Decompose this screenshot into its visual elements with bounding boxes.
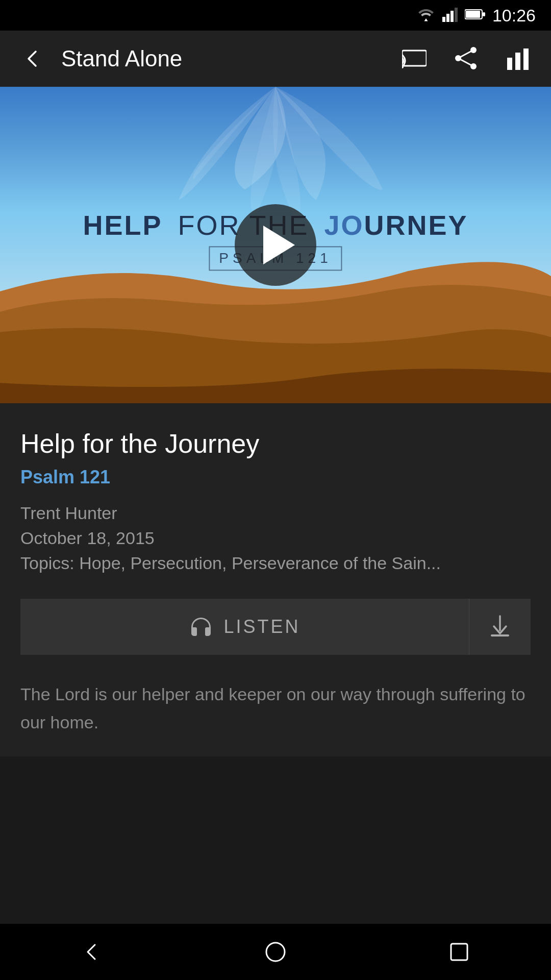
- svg-rect-1: [446, 14, 449, 22]
- svg-rect-15: [515, 53, 520, 70]
- svg-rect-2: [450, 11, 454, 22]
- home-nav-button[interactable]: [245, 932, 306, 972]
- video-thumbnail: HELP FOR THE JOURNEY PSALM 121: [0, 87, 551, 403]
- sermon-topics: Topics: Hope, Persecution, Perseverance …: [20, 553, 531, 573]
- stats-button[interactable]: [500, 40, 537, 77]
- svg-rect-16: [523, 48, 529, 70]
- play-triangle-icon: [263, 226, 295, 264]
- sermon-scripture: Psalm 121: [20, 467, 531, 488]
- listen-button[interactable]: LISTEN: [20, 599, 469, 655]
- video-title-word: JO: [324, 209, 364, 241]
- home-nav-icon: [264, 941, 287, 963]
- headphone-icon: [189, 616, 213, 638]
- sermon-title: Help for the Journey: [20, 428, 531, 459]
- back-nav-button[interactable]: [61, 932, 122, 972]
- wifi-icon: [417, 7, 435, 23]
- status-bar: 10:26: [0, 0, 551, 31]
- recent-nav-button[interactable]: [429, 932, 490, 972]
- svg-rect-3: [455, 8, 458, 22]
- sermon-author: Trent Hunter: [20, 503, 531, 523]
- sermon-date: October 18, 2015: [20, 528, 531, 548]
- sermon-description: The Lord is our helper and keeper on our…: [20, 680, 531, 736]
- download-icon: [489, 615, 511, 639]
- svg-rect-19: [451, 944, 467, 960]
- battery-icon: [465, 9, 485, 22]
- svg-rect-7: [402, 51, 427, 66]
- svg-line-12: [458, 50, 473, 58]
- listen-container: LISTEN: [20, 599, 531, 655]
- svg-line-13: [458, 58, 473, 66]
- svg-rect-14: [507, 58, 512, 70]
- signal-icon: [442, 7, 458, 24]
- content-area: Help for the Journey Psalm 121 Trent Hun…: [0, 403, 551, 756]
- svg-point-18: [266, 943, 285, 961]
- nav-actions: [396, 40, 537, 77]
- svg-rect-6: [483, 12, 485, 16]
- status-icons: 10:26: [417, 6, 536, 26]
- download-button[interactable]: [469, 599, 531, 655]
- status-time: 10:26: [492, 6, 536, 26]
- bottom-nav: [0, 924, 551, 980]
- svg-rect-0: [442, 17, 445, 22]
- video-title-end: URNEY: [364, 209, 468, 241]
- back-button[interactable]: [14, 40, 51, 77]
- recent-nav-icon: [449, 942, 469, 962]
- video-title-bold: HELP: [83, 209, 162, 241]
- page-title: Stand Alone: [51, 46, 396, 71]
- svg-rect-17: [491, 634, 509, 636]
- share-button[interactable]: [448, 40, 485, 77]
- cast-button[interactable]: [396, 40, 433, 77]
- nav-bar: Stand Alone: [0, 31, 551, 87]
- listen-label: LISTEN: [223, 616, 300, 638]
- play-button[interactable]: [235, 204, 316, 286]
- svg-rect-5: [466, 11, 480, 18]
- back-nav-icon: [81, 941, 103, 963]
